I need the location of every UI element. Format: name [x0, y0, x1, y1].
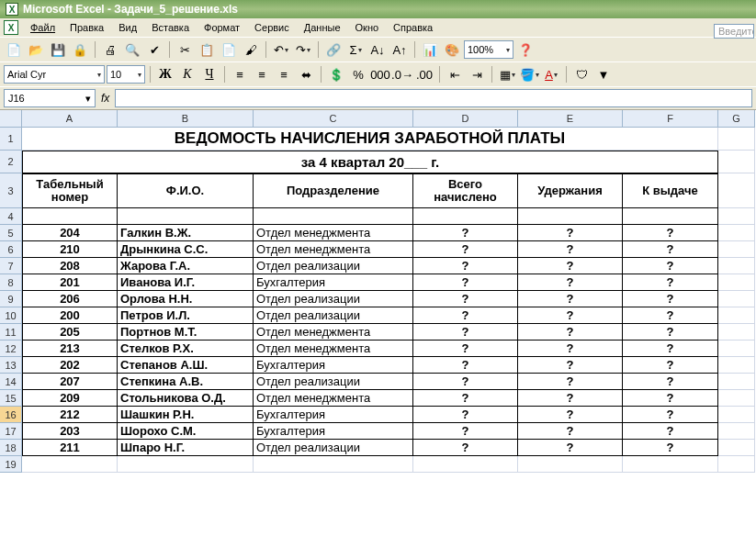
print-icon[interactable]: 🖨: [100, 39, 120, 60]
chevron-down-icon[interactable]: ▾: [85, 93, 91, 105]
cell-fio[interactable]: Иванова И.Г.: [118, 274, 254, 291]
cell-total[interactable]: ?: [413, 440, 518, 456]
cell-dep[interactable]: Отдел менеджмента: [254, 341, 413, 357]
cell-ded[interactable]: ?: [518, 241, 623, 258]
cell[interactable]: [254, 456, 413, 473]
cell[interactable]: [718, 390, 755, 407]
redo-icon[interactable]: ↷▾: [293, 39, 313, 60]
cell-fio[interactable]: Галкин В.Ж.: [118, 225, 254, 241]
cell-total[interactable]: ?: [413, 390, 518, 407]
font-name-combo[interactable]: Arial Cyr▾: [4, 65, 105, 84]
cell-pay[interactable]: ?: [623, 291, 718, 307]
zoom-combo[interactable]: 100%▾: [464, 40, 513, 59]
cell-pay[interactable]: ?: [623, 423, 718, 440]
cell-pay[interactable]: ?: [623, 374, 718, 390]
row-header[interactable]: 19: [0, 456, 22, 473]
cell[interactable]: [718, 324, 755, 341]
menu-window[interactable]: Окно: [349, 20, 386, 35]
autosum-icon[interactable]: Σ▾: [345, 39, 366, 60]
col-header[interactable]: E: [518, 110, 623, 128]
cell-fio[interactable]: Степкина А.В.: [118, 374, 254, 390]
cell-total[interactable]: ?: [413, 407, 518, 423]
underline-icon[interactable]: Ч: [199, 64, 220, 84]
cell[interactable]: [22, 208, 118, 225]
cell[interactable]: [518, 456, 623, 473]
borders-icon[interactable]: ▦▾: [497, 64, 517, 84]
cell[interactable]: [718, 208, 755, 225]
cell-num[interactable]: 208: [22, 258, 118, 274]
cell-dep[interactable]: Отдел реализации: [254, 291, 413, 307]
menu-data[interactable]: Данные: [298, 20, 347, 35]
cell-num[interactable]: 202: [22, 357, 118, 374]
cell-ded[interactable]: ?: [518, 307, 623, 324]
cell[interactable]: [413, 456, 518, 473]
cell[interactable]: [623, 456, 718, 473]
cell[interactable]: [518, 208, 623, 225]
menu-format[interactable]: Формат: [197, 20, 246, 35]
row-header[interactable]: 1: [0, 128, 22, 151]
cell-ded[interactable]: ?: [518, 423, 623, 440]
cell[interactable]: [118, 208, 254, 225]
row-header[interactable]: 15: [0, 390, 22, 407]
hyperlink-icon[interactable]: 🔗: [323, 39, 344, 60]
cell-num[interactable]: 205: [22, 324, 118, 341]
row-header[interactable]: 5: [0, 225, 22, 241]
cell-dep[interactable]: Бухгалтерия: [254, 423, 413, 440]
currency-icon[interactable]: 💲: [326, 64, 346, 84]
row-header[interactable]: 8: [0, 274, 22, 291]
row-header[interactable]: 11: [0, 324, 22, 341]
cell[interactable]: [22, 456, 118, 473]
cell-total[interactable]: ?: [413, 274, 518, 291]
col-header[interactable]: A: [22, 110, 118, 128]
cell-total[interactable]: ?: [413, 291, 518, 307]
cell-num[interactable]: 213: [22, 341, 118, 357]
cell-pay[interactable]: ?: [623, 390, 718, 407]
cell-total[interactable]: ?: [413, 225, 518, 241]
cell-ded[interactable]: ?: [518, 291, 623, 307]
inc-indent-icon[interactable]: ⇥: [467, 64, 487, 84]
cell-ded[interactable]: ?: [518, 374, 623, 390]
menu-service[interactable]: Сервис: [248, 20, 296, 35]
cell-total[interactable]: ?: [413, 423, 518, 440]
cell-ded[interactable]: ?: [518, 357, 623, 374]
font-size-combo[interactable]: 10▾: [107, 65, 145, 84]
cell-total[interactable]: ?: [413, 241, 518, 258]
menu-insert[interactable]: Вставка: [145, 20, 196, 35]
inc-decimal-icon[interactable]: .0→: [392, 64, 412, 84]
cell-num[interactable]: 211: [22, 440, 118, 456]
dec-decimal-icon[interactable]: .00: [414, 64, 434, 84]
cell-num[interactable]: 210: [22, 241, 118, 258]
cell-fio[interactable]: Шпаро Н.Г.: [118, 440, 254, 456]
merge-icon[interactable]: ⬌: [296, 64, 316, 84]
cell[interactable]: [718, 456, 755, 473]
menu-view[interactable]: Вид: [112, 20, 143, 35]
col-header[interactable]: F: [623, 110, 718, 128]
copy-icon[interactable]: 📋: [197, 39, 217, 60]
cell-pay[interactable]: ?: [623, 274, 718, 291]
header-pay[interactable]: К выдаче: [623, 173, 718, 208]
col-header[interactable]: B: [118, 110, 254, 128]
cell-num[interactable]: 203: [22, 423, 118, 440]
cell-dep[interactable]: Отдел менеджмента: [254, 241, 413, 258]
cell[interactable]: [718, 258, 755, 274]
cell-ded[interactable]: ?: [518, 274, 623, 291]
cell-ded[interactable]: ?: [518, 258, 623, 274]
sheet-title[interactable]: ВЕДОМОСТЬ НАЧИСЛЕНИЯ ЗАРАБОТНОЙ ПЛАТЫ: [22, 128, 718, 151]
header-ded[interactable]: Удержания: [518, 173, 623, 208]
row-header[interactable]: 2: [0, 151, 22, 173]
header-num[interactable]: Табельный номер: [22, 173, 118, 208]
row-header[interactable]: 13: [0, 357, 22, 374]
cell-dep[interactable]: Бухгалтерия: [254, 407, 413, 423]
row-header[interactable]: 16: [0, 407, 22, 423]
cell-pay[interactable]: ?: [623, 357, 718, 374]
preview-icon[interactable]: 🔍: [122, 39, 142, 60]
cell-num[interactable]: 201: [22, 274, 118, 291]
cell[interactable]: [718, 374, 755, 390]
cell-fio[interactable]: Стольникова О.Д.: [118, 390, 254, 407]
cell-total[interactable]: ?: [413, 307, 518, 324]
cell-total[interactable]: ?: [413, 374, 518, 390]
drawing-icon[interactable]: 🎨: [442, 39, 462, 60]
cell[interactable]: [623, 208, 718, 225]
cell-num[interactable]: 209: [22, 390, 118, 407]
col-header[interactable]: D: [413, 110, 518, 128]
